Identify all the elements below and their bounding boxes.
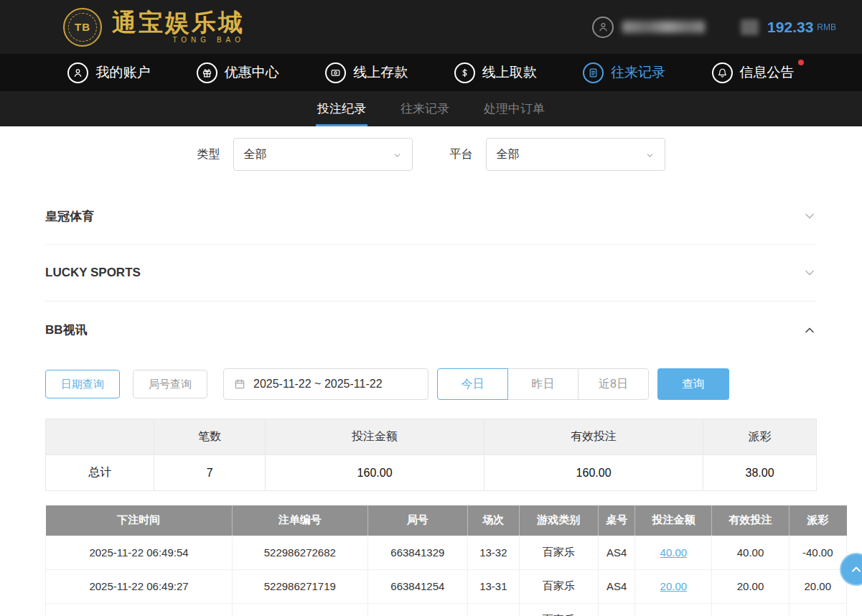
tab-transaction-records[interactable]: 往来记录 <box>399 91 451 126</box>
yesterday-button[interactable]: 昨日 <box>507 368 578 400</box>
cell-bet-time: 2025-11-22 06:49:00 <box>46 603 233 616</box>
platform-filter-label: 平台 <box>450 147 473 162</box>
deposit-icon <box>325 62 346 83</box>
nav-label: 线上存款 <box>353 63 408 82</box>
main-content: 类型 全部 平台 全部 皇冠体育 LUCKY SPORTS BB视讯 日期查询 … <box>0 138 862 616</box>
cell-bet-amount: 20.00 <box>635 603 712 616</box>
nav-item-promotions[interactable]: 优惠中心 <box>197 62 279 83</box>
table-row: 2025-11-22 06:49:27 522986271719 6638412… <box>46 569 847 603</box>
user-icon <box>67 62 88 83</box>
user-avatar-icon[interactable] <box>592 17 614 38</box>
balance-amount[interactable]: 192.33 <box>767 19 813 36</box>
cell-valid-bet: 40.00 <box>712 536 789 569</box>
nav-item-announcements[interactable]: 信息公告 <box>712 62 795 83</box>
summary-header-payout: 派彩 <box>703 419 817 455</box>
header-bet-time: 下注时间 <box>46 505 233 536</box>
cell-round-no: 663841175 <box>367 603 468 616</box>
chevron-down-icon <box>802 266 817 280</box>
nav-item-withdraw[interactable]: 线上取款 <box>454 62 537 83</box>
search-button[interactable]: 查询 <box>657 368 729 400</box>
cell-valid-bet: 20.00 <box>712 569 789 603</box>
nav-label: 往来记录 <box>611 63 665 82</box>
header-table-no: 桌号 <box>599 505 635 536</box>
section-title: 皇冠体育 <box>45 208 94 225</box>
logo-badge-text: TB <box>68 13 97 42</box>
section-crown-sports[interactable]: 皇冠体育 <box>45 188 817 245</box>
table-row: 2025-11-22 06:49:00 522986270803 6638411… <box>46 603 847 616</box>
bet-detail-table: 下注时间 注单编号 局号 场次 游戏类别 桌号 投注金额 有效投注 派彩 202… <box>45 505 847 616</box>
section-lucky-sports[interactable]: LUCKY SPORTS <box>45 245 817 302</box>
chevron-down-icon <box>393 150 402 159</box>
round-query-button[interactable]: 局号查询 <box>133 370 207 398</box>
section-title: BB视讯 <box>45 322 88 338</box>
nav-item-my-account[interactable]: 我的账户 <box>67 62 150 83</box>
cell-table-no: AS4 <box>599 536 635 569</box>
section-bb-live[interactable]: BB视讯 <box>45 302 817 358</box>
nav-label: 我的账户 <box>95 63 150 82</box>
detail-header-row: 下注时间 注单编号 局号 场次 游戏类别 桌号 投注金额 有效投注 派彩 <box>46 505 847 536</box>
cell-bet-time: 2025-11-22 06:49:54 <box>46 536 233 569</box>
type-select[interactable]: 全部 <box>233 138 413 171</box>
cell-bet-time: 2025-11-22 06:49:27 <box>46 569 233 603</box>
logo[interactable]: TB 通宝娱乐城 TONG BAO <box>63 8 245 47</box>
cell-game-type: 百家乐 <box>519 536 598 569</box>
calendar-icon <box>233 378 246 391</box>
logo-text: 通宝娱乐城 TONG BAO <box>112 10 245 44</box>
quick-date-group: 今日 昨日 近8日 <box>437 368 649 400</box>
summary-header-valid-bet: 有效投注 <box>484 419 703 455</box>
notification-dot <box>798 60 804 65</box>
header-account-area: 192.33 RMB <box>592 17 836 38</box>
username-redacted <box>622 21 705 33</box>
chevron-up-icon <box>802 323 817 337</box>
summary-corner-cell <box>46 419 154 455</box>
tab-betting-records[interactable]: 投注纪录 <box>316 91 367 126</box>
cell-payout: -40.00 <box>789 536 846 569</box>
date-range-value: 2025-11-22 ~ 2025-11-22 <box>253 378 383 391</box>
summary-total-bet-amount: 160.00 <box>266 455 484 491</box>
platform-select[interactable]: 全部 <box>486 138 665 171</box>
wallet-icon <box>741 19 759 35</box>
main-navigation: 我的账户 优惠中心 线上存款 线上取款 往来记录 信息公告 <box>0 54 862 91</box>
type-filter-label: 类型 <box>197 147 220 162</box>
bet-amount-link[interactable]: 20.00 <box>660 580 688 592</box>
summary-total-row: 总计 7 160.00 160.00 38.00 <box>46 455 817 491</box>
table-row: 2025-11-22 06:49:54 522986272682 6638413… <box>46 536 847 569</box>
section-title: LUCKY SPORTS <box>45 266 141 280</box>
cell-valid-bet: 20.00 <box>712 603 789 616</box>
last-8-days-button[interactable]: 近8日 <box>578 368 649 400</box>
nav-label: 信息公告 <box>740 63 795 82</box>
summary-header-bet-amount: 投注金额 <box>266 419 484 455</box>
nav-label: 优惠中心 <box>225 63 279 82</box>
records-icon <box>583 62 604 83</box>
summary-total-valid-bet: 160.00 <box>484 455 703 491</box>
logo-title: 通宝娱乐城 <box>112 10 245 36</box>
nav-item-records[interactable]: 往来记录 <box>583 62 665 83</box>
cell-table-no: AS4 <box>599 569 635 603</box>
cell-game-type: 百家乐 <box>519 603 598 616</box>
cell-order-no: 522986270803 <box>233 603 368 616</box>
summary-total-payout: 38.00 <box>703 455 817 491</box>
header-order-no: 注单编号 <box>233 505 368 536</box>
tab-processing-orders[interactable]: 处理中订单 <box>482 91 546 126</box>
today-button[interactable]: 今日 <box>437 368 508 400</box>
bell-icon <box>712 62 733 83</box>
date-range-picker[interactable]: 2025-11-22 ~ 2025-11-22 <box>223 368 428 400</box>
nav-item-deposit[interactable]: 线上存款 <box>325 62 408 83</box>
cell-game-type: 百家乐 <box>519 569 598 603</box>
gift-icon <box>197 62 217 83</box>
top-header: TB 通宝娱乐城 TONG BAO 192.33 RMB <box>0 0 862 54</box>
filter-row: 类型 全部 平台 全部 <box>45 138 817 171</box>
nav-label: 线上取款 <box>482 63 537 82</box>
summary-header-count: 笔数 <box>154 419 266 455</box>
provider-sections: 皇冠体育 LUCKY SPORTS BB视讯 <box>45 188 817 358</box>
chevron-down-icon <box>645 150 655 159</box>
header-bet-amount: 投注金额 <box>635 505 712 536</box>
bet-amount-link[interactable]: 40.00 <box>660 546 688 559</box>
logo-subtitle: TONG BAO <box>112 36 245 44</box>
cell-order-no: 522986271719 <box>233 569 368 603</box>
balance-currency: RMB <box>817 22 836 32</box>
date-query-button[interactable]: 日期查询 <box>45 370 120 398</box>
platform-select-value: 全部 <box>497 147 520 162</box>
withdraw-icon <box>454 62 475 83</box>
cell-session: 13-30 <box>468 603 519 616</box>
